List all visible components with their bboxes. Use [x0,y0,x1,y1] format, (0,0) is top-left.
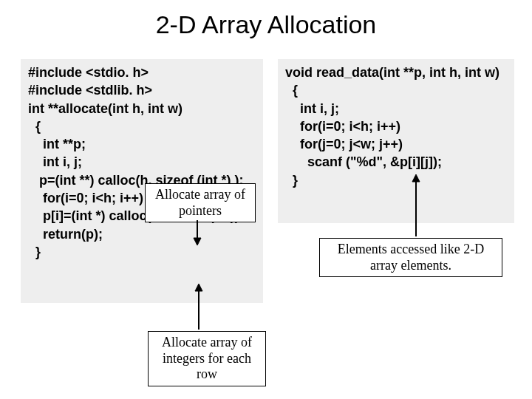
code-line: void read_data(int **p, int h, int w) [285,64,507,81]
code-line: } [285,171,507,189]
right-code-block: void read_data(int **p, int h, int w) { … [278,59,514,223]
callout-allocate-pointers: Allocate array of pointers [145,183,256,222]
code-line: int i, j; [28,153,256,171]
code-line: int **p; [28,135,256,153]
svg-marker-5 [412,174,420,182]
arrow-icon [411,174,421,236]
callout-allocate-integers: Allocate array of integers for each row [148,331,266,386]
svg-marker-3 [195,284,202,291]
code-line: for(i=0; i<h; i++) [285,117,507,135]
code-line: { [28,117,256,135]
left-code-block: #include <stdio. h> #include <stdlib. h>… [21,59,263,303]
code-line: #include <stdio. h> [28,64,256,81]
arrow-icon [192,220,202,245]
code-line: #include <stdlib. h> [28,81,256,99]
slide-title: 2-D Array Allocation [0,0,532,47]
code-line: int i, j; [285,100,507,117]
code-line: int **allocate(int h, int w) [28,100,256,117]
code-line: } [28,243,256,261]
code-line: return(p); [28,225,256,243]
code-line: for(j=0; j<w; j++) [285,135,507,153]
code-line: { [285,81,507,99]
arrow-icon [194,284,204,330]
code-line: scanf ("%d", &p[i][j]); [285,153,507,171]
svg-marker-1 [194,238,201,245]
callout-elements-accessed: Elements accessed like 2-D array element… [319,238,502,277]
